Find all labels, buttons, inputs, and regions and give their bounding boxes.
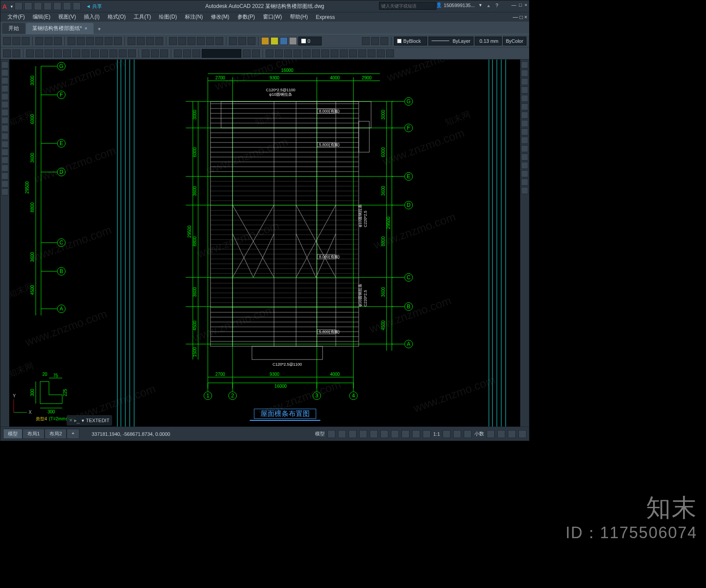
tool-icon[interactable]	[380, 37, 388, 45]
qat-saveas-icon[interactable]	[44, 2, 52, 10]
tool-icon[interactable]	[197, 37, 205, 45]
dim-tool-icon[interactable]	[12, 49, 20, 57]
status-units[interactable]: 小数	[474, 431, 484, 437]
draw-ray-icon[interactable]	[1, 180, 8, 187]
logo-caret-icon[interactable]: ▾	[11, 4, 13, 9]
menu-express[interactable]: Express	[312, 13, 338, 21]
modify-tool-icon[interactable]	[330, 49, 338, 57]
modify-tool-icon[interactable]	[312, 49, 320, 57]
menu-file[interactable]: 文件(F)	[4, 12, 28, 22]
modify-tool-icon[interactable]	[303, 49, 311, 57]
menu-tools[interactable]: 工具(T)	[130, 12, 154, 22]
menu-modify[interactable]: 修改(M)	[207, 12, 233, 22]
modify-rotate-icon[interactable]	[521, 112, 528, 119]
color-combo[interactable]: ByBlock	[394, 37, 427, 45]
search-input[interactable]	[379, 2, 436, 10]
menu-draw[interactable]: 绘图(D)	[155, 12, 180, 22]
dim-tool-icon[interactable]	[3, 49, 11, 57]
modify-trim-icon[interactable]	[521, 137, 528, 144]
drawing-title[interactable]: 屋面檩条布置图	[250, 409, 320, 420]
layout-2[interactable]: 布局2	[45, 429, 67, 439]
qat-save-icon[interactable]	[34, 2, 42, 10]
menu-insert[interactable]: 插入(I)	[80, 12, 103, 22]
modify-tool-icon[interactable]	[349, 49, 357, 57]
modify-tool-icon[interactable]	[386, 49, 394, 57]
modify-tool-icon[interactable]	[293, 49, 301, 57]
draw-rect-icon[interactable]	[1, 93, 8, 100]
cmdline-close-icon[interactable]: ×	[69, 417, 72, 423]
status-ws-icon[interactable]	[453, 430, 461, 438]
tool-icon[interactable]	[248, 37, 255, 45]
modify-join-icon[interactable]	[521, 162, 528, 169]
status-mon-icon[interactable]	[464, 430, 472, 438]
tool-icon[interactable]	[362, 37, 370, 45]
tool-icon[interactable]	[54, 37, 62, 45]
tool-icon[interactable]	[114, 37, 122, 45]
plotstyle-combo[interactable]: ByColor	[503, 37, 526, 45]
close-button[interactable]: ×	[525, 2, 527, 7]
dim-tool-icon[interactable]	[128, 49, 136, 57]
dim-tool-icon[interactable]	[72, 49, 80, 57]
tool-icon[interactable]	[155, 37, 163, 45]
draw-block-icon[interactable]	[1, 157, 8, 164]
menu-dim[interactable]: 标注(N)	[181, 12, 207, 22]
status-grid-icon[interactable]	[327, 430, 335, 438]
modify-scale-icon[interactable]	[521, 120, 528, 127]
draw-line-icon[interactable]	[1, 61, 8, 68]
status-scale[interactable]: 1:1	[433, 431, 440, 437]
tool-icon[interactable]	[22, 37, 30, 45]
dim-tool-icon[interactable]	[183, 49, 191, 57]
dim-tool-icon[interactable]	[26, 49, 34, 57]
draw-spline-icon[interactable]	[1, 109, 8, 116]
status-gear-icon[interactable]	[443, 430, 451, 438]
dim-tool-icon[interactable]	[82, 49, 90, 57]
dim-tool-icon[interactable]	[160, 49, 168, 57]
tab-close-icon[interactable]: ×	[85, 26, 87, 31]
draw-donut-icon[interactable]	[1, 165, 8, 172]
tool-icon[interactable]	[128, 37, 135, 45]
modify-break-icon[interactable]	[521, 154, 528, 161]
doc-min[interactable]: —	[513, 14, 518, 20]
qat-open-icon[interactable]	[24, 2, 32, 10]
qat-new-icon[interactable]	[15, 2, 23, 10]
tool-icon[interactable]	[371, 37, 379, 45]
modify-tool-icon[interactable]	[368, 49, 376, 57]
doc-max[interactable]: □	[519, 14, 522, 20]
tool-icon[interactable]	[238, 37, 246, 45]
dim-tool-icon[interactable]	[192, 49, 200, 57]
tool-icon[interactable]	[206, 37, 214, 45]
modify-chamfer-icon[interactable]	[521, 170, 528, 177]
tool-icon[interactable]	[3, 37, 11, 45]
status-otrack-icon[interactable]	[380, 430, 388, 438]
status-iso-icon[interactable]	[497, 430, 505, 438]
dim-tool-icon[interactable]	[151, 49, 159, 57]
app-logo[interactable]: A	[2, 3, 7, 10]
tool-icon[interactable]	[215, 37, 223, 45]
layer-lock-icon[interactable]	[289, 37, 297, 45]
tab-start[interactable]: 开始	[2, 23, 25, 34]
lineweight-combo[interactable]: 0.13 mm	[475, 37, 502, 45]
dim-tool-icon[interactable]	[252, 49, 260, 57]
tool-icon[interactable]	[95, 37, 103, 45]
modify-explode-icon[interactable]	[521, 187, 528, 194]
status-polar-icon[interactable]	[359, 430, 367, 438]
command-line[interactable]: × ▸_ ▾ TEXTEDIT	[67, 415, 112, 426]
status-trans-icon[interactable]	[402, 430, 409, 438]
layer-icon[interactable]	[261, 37, 269, 45]
cmdline-chevron-icon[interactable]: ▸_	[74, 417, 80, 423]
draw-circle-icon[interactable]	[1, 77, 8, 84]
draw-hatch-icon[interactable]	[1, 117, 8, 124]
qat-redo-icon[interactable]	[73, 2, 81, 10]
draw-ellipse-icon[interactable]	[1, 101, 8, 108]
modify-mirror-icon[interactable]	[521, 78, 528, 85]
dimstyle-combo[interactable]	[202, 49, 241, 58]
modify-extend-icon[interactable]	[521, 145, 528, 152]
modify-tool-icon[interactable]	[284, 49, 292, 57]
status-menu-icon[interactable]	[518, 430, 526, 438]
dim-tool-icon[interactable]	[109, 49, 117, 57]
modify-tool-icon[interactable]	[321, 49, 329, 57]
draw-region-icon[interactable]	[1, 133, 8, 140]
menu-format[interactable]: 格式(O)	[104, 12, 129, 22]
status-model[interactable]: 模型	[315, 431, 325, 437]
modify-move-icon[interactable]	[521, 103, 528, 110]
